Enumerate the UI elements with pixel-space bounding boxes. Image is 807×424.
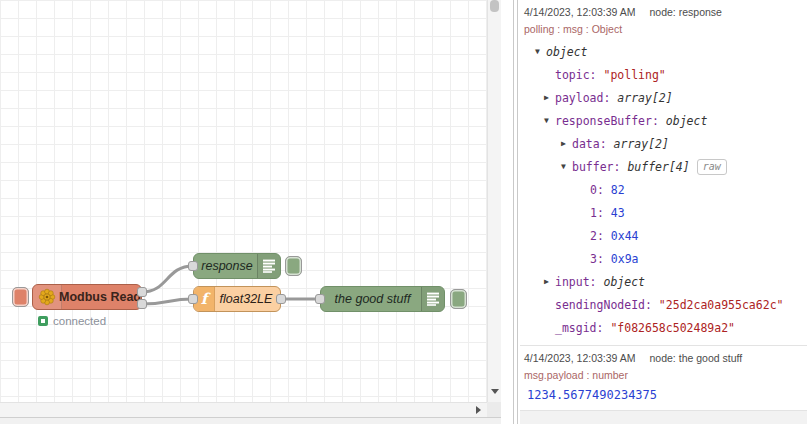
horizontal-scrollbar[interactable]: [0, 402, 487, 418]
canvas-grid[interactable]: Modbus Read connected response: [0, 0, 487, 402]
debug-list-icon: [421, 287, 444, 311]
debug-timestamp: 4/14/2023, 12:03:39 AM: [524, 6, 636, 18]
debug-tree-row: 2: 0x44: [524, 224, 805, 247]
modbus-flower-icon: [33, 285, 62, 309]
debug-tree-row: ▼buffer: buffer[4]raw: [524, 155, 805, 178]
debug-tree-row: ▼responseBuffer: object: [524, 109, 805, 132]
modbus-output-port-1[interactable]: [137, 287, 147, 297]
debug-payload-value: 1234.5677490234375: [524, 386, 805, 404]
tree-number: 0x44: [611, 229, 639, 243]
collapse-icon[interactable]: ▼: [561, 162, 572, 171]
modbus-status: connected: [38, 315, 106, 327]
sidebar-resize-handle[interactable]: [501, 0, 520, 424]
tree-key: input:: [555, 275, 603, 289]
debug-message-path: msg.payload : number: [524, 369, 805, 381]
debug-sidebar: 4/14/2023, 12:03:39 AM node: response po…: [520, 0, 807, 424]
node-label: the good stuff: [323, 287, 422, 311]
tree-key: buffer:: [572, 160, 627, 174]
debug-tree-row: ▼object: [524, 40, 805, 63]
debug-tree-row: _msgid: "f082658c502489a2": [524, 316, 805, 339]
tree-key: data:: [572, 137, 614, 151]
tree-string: "25d2ca0a955ca62c": [659, 298, 784, 312]
tree-key: _msgid:: [555, 321, 610, 335]
tree-type: object: [666, 114, 708, 128]
tree-key: 2:: [590, 229, 611, 243]
debug-timestamp: 4/14/2023, 12:03:39 AM: [524, 352, 636, 364]
debug-message-meta: 4/14/2023, 12:03:39 AM node: response: [524, 6, 805, 18]
vertical-scrollbar[interactable]: [487, 0, 502, 402]
debug-message: 4/14/2023, 12:03:39 AM node: the good st…: [520, 346, 807, 411]
tree-number: 43: [611, 206, 625, 220]
vertical-scrollbar-thumb[interactable]: [490, 0, 499, 12]
float32le-input-port[interactable]: [188, 294, 198, 304]
scrollbar-corner: [487, 402, 501, 417]
tree-key: 3:: [590, 252, 611, 266]
float32le-output-port[interactable]: [276, 294, 286, 304]
debug-tree-row: 3: 0x9a: [524, 247, 805, 270]
raw-button[interactable]: raw: [697, 159, 727, 175]
debug-panel-empty-area: [520, 411, 807, 424]
debug-object-tree: ▼objecttopic: "polling"▶payload: array[2…: [524, 40, 805, 339]
goodstuff-input-port[interactable]: [315, 294, 325, 304]
tree-number: 82: [611, 183, 625, 197]
expand-icon[interactable]: ▶: [544, 93, 555, 102]
debug-tree-row: ▶payload: array[2]: [524, 86, 805, 109]
debug-message: 4/14/2023, 12:03:39 AM node: response po…: [520, 0, 807, 346]
debug-source-node: node: response: [650, 6, 722, 18]
debug-source-node: node: the good stuff: [650, 352, 743, 364]
tree-key: 0:: [590, 183, 611, 197]
tree-number: 0x9a: [611, 252, 639, 266]
debug-message-path: polling : msg : Object: [524, 23, 805, 35]
canvas-footer: [0, 417, 501, 424]
modbus-output-port-2[interactable]: [137, 299, 147, 309]
node-label: float32LE: [214, 287, 278, 311]
wire-modbus-to-response[interactable]: [142, 266, 193, 292]
node-red-window: Modbus Read connected response: [0, 0, 807, 424]
tree-string: "polling": [603, 68, 665, 82]
tree-type: array[2]: [614, 137, 669, 151]
scroll-right-arrow-icon[interactable]: [476, 406, 481, 414]
node-label: Modbus Read: [61, 285, 139, 309]
flow-canvas: Modbus Read connected response: [0, 0, 501, 424]
tree-key: payload:: [555, 91, 617, 105]
wire-modbus-to-float32le[interactable]: [142, 299, 193, 304]
debug-tree-row: sendingNodeId: "25d2ca0a955ca62c": [524, 293, 805, 316]
tree-type: object: [546, 45, 588, 59]
flow-wires: [0, 0, 487, 402]
debug-tree-row: 0: 82: [524, 178, 805, 201]
node-the-good-stuff[interactable]: the good stuff: [320, 286, 445, 312]
status-connected-icon: [38, 316, 48, 326]
collapse-icon[interactable]: ▼: [535, 47, 546, 56]
tree-key: topic:: [555, 68, 603, 82]
tree-key: 1:: [590, 206, 611, 220]
expand-icon[interactable]: ▶: [561, 139, 572, 148]
debug-list-icon: [257, 254, 280, 278]
response-debug-toggle-button[interactable]: [285, 256, 302, 276]
expand-icon[interactable]: ▶: [544, 277, 555, 286]
node-float32le[interactable]: f float32LE: [193, 286, 281, 312]
modbus-inject-button[interactable]: [12, 287, 29, 307]
response-input-port[interactable]: [188, 261, 198, 271]
scroll-down-arrow-icon[interactable]: [491, 389, 499, 394]
debug-tree-row: 1: 43: [524, 201, 805, 224]
node-label: response: [196, 254, 258, 278]
node-response[interactable]: response: [193, 253, 281, 279]
tree-string: "f082658c502489a2": [610, 321, 735, 335]
tree-type: array[2]: [617, 91, 672, 105]
debug-message-meta: 4/14/2023, 12:03:39 AM node: the good st…: [524, 352, 805, 364]
status-text: connected: [53, 315, 106, 327]
debug-tree-row: topic: "polling": [524, 63, 805, 86]
node-modbus-read[interactable]: Modbus Read: [32, 284, 142, 310]
tree-type: object: [603, 275, 645, 289]
debug-tree-row: ▶data: array[2]: [524, 132, 805, 155]
debug-tree-row: ▶input: object: [524, 270, 805, 293]
goodstuff-debug-toggle-button[interactable]: [450, 289, 467, 309]
tree-key: sendingNodeId:: [555, 298, 659, 312]
collapse-icon[interactable]: ▼: [544, 116, 555, 125]
tree-type: buffer[4]: [627, 160, 689, 174]
tree-key: responseBuffer:: [555, 114, 666, 128]
